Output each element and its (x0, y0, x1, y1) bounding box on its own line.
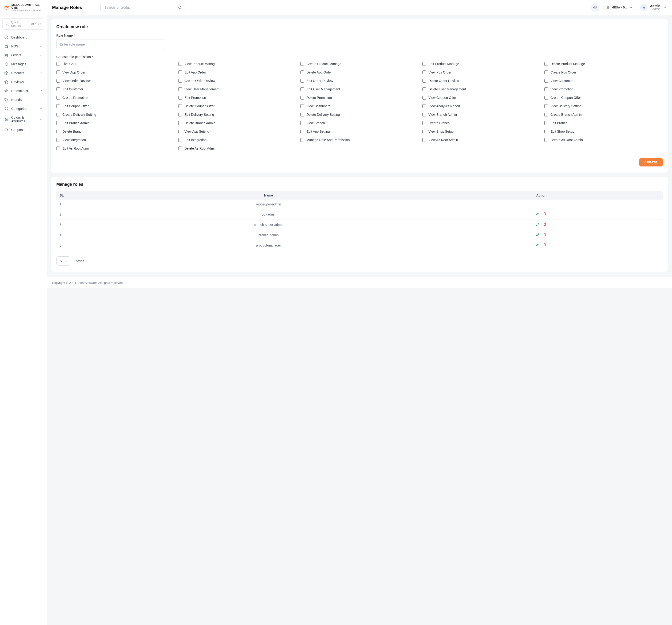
permission-delete-product-manage[interactable]: Delete Product Manage (544, 61, 663, 67)
permission-checkbox[interactable] (544, 96, 548, 99)
trash-icon[interactable] (543, 212, 547, 216)
permission-delete-promotion[interactable]: Delete Promotion (300, 95, 418, 100)
permission-checkbox[interactable] (56, 104, 60, 108)
permission-checkbox[interactable] (300, 104, 304, 108)
permission-edit-user-management[interactable]: Edit User Management (300, 86, 418, 92)
quick-search[interactable]: Quick Search... ctrl+k (2, 18, 44, 29)
brand-logo[interactable]: MESA ECOMMARCE CMS SINGLE VENDOR MULTI B… (0, 0, 47, 15)
permission-delete-coupon-offer[interactable]: Delete Coupon Offer (178, 103, 296, 109)
chat-button[interactable] (591, 3, 599, 12)
permission-delete-order-review[interactable]: Delete Order Review (422, 78, 541, 84)
permission-delete-branch[interactable]: Delete Branch (56, 129, 174, 134)
permission-view-branch[interactable]: View Branch (300, 120, 418, 126)
permission-delete-delivery-setting[interactable]: Delete Delivery Setting (300, 112, 418, 117)
permission-view-branch-admin[interactable]: View Branch Admin (422, 112, 541, 117)
permission-edit-customer[interactable]: Edit Customer (56, 86, 174, 92)
permission-create-branch[interactable]: Create Branch (422, 120, 541, 126)
permission-checkbox[interactable] (56, 79, 60, 83)
permission-view-app-setting[interactable]: View App Setting (178, 129, 296, 134)
sidebar-item-promotions[interactable]: Promotions (1, 86, 45, 95)
permission-checkbox[interactable] (300, 87, 304, 91)
sidebar-item-colors-attributes[interactable]: Colors & Attributes (1, 113, 45, 125)
trash-icon[interactable] (543, 233, 547, 236)
product-search-input[interactable] (100, 3, 185, 12)
permission-checkbox[interactable] (544, 87, 548, 91)
permission-delete-app-order[interactable]: Delete App Order (300, 69, 418, 75)
sidebar-item-coupons[interactable]: Coupons (1, 125, 45, 134)
permission-edit-branch[interactable]: Edit Branch (544, 120, 663, 126)
permission-view-user-management[interactable]: View User Management (178, 86, 296, 92)
permission-checkbox[interactable] (544, 130, 548, 133)
permission-edit-coupon-offer[interactable]: Edit Coupon Offer (56, 103, 174, 109)
permission-checkbox[interactable] (56, 138, 60, 142)
permission-checkbox[interactable] (422, 62, 426, 66)
permission-live-chat[interactable]: Live Chat (56, 61, 174, 67)
role-name-input[interactable] (56, 39, 164, 49)
edit-icon[interactable] (536, 222, 540, 226)
permission-create-promotion[interactable]: Create Promotion (56, 95, 174, 100)
permission-view-integration[interactable]: View Integration (56, 137, 174, 143)
sidebar-item-brands[interactable]: Brands (1, 95, 45, 104)
permission-checkbox[interactable] (422, 87, 426, 91)
permission-checkbox[interactable] (422, 113, 426, 116)
permission-create-as-root-admin[interactable]: Create As Root Admin (544, 137, 663, 143)
permission-checkbox[interactable] (422, 121, 426, 125)
permission-checkbox[interactable] (422, 104, 426, 108)
permission-checkbox[interactable] (56, 113, 60, 116)
shop-switcher[interactable]: MESA - D... (603, 4, 636, 11)
permission-checkbox[interactable] (56, 96, 60, 99)
permission-checkbox[interactable] (178, 62, 182, 66)
permission-manage-role-and-permission[interactable]: Manage Role And Permission (300, 137, 418, 143)
permission-edit-promotion[interactable]: Edit Promotion (178, 95, 296, 100)
permission-checkbox[interactable] (544, 70, 548, 74)
permission-checkbox[interactable] (56, 121, 60, 125)
edit-icon[interactable] (536, 212, 540, 216)
sidebar-item-orders[interactable]: Orders (1, 51, 45, 60)
permission-view-analytics-report[interactable]: View Analytics Report (422, 103, 541, 109)
user-menu[interactable]: A Admin Admin (640, 4, 667, 11)
permission-edit-integration[interactable]: Edit Integration (178, 137, 296, 143)
permission-edit-shop-setup[interactable]: Edit Shop Setup (544, 129, 663, 134)
permission-edit-app-order[interactable]: Edit App Order (178, 69, 296, 75)
permission-checkbox[interactable] (56, 70, 60, 74)
permission-checkbox[interactable] (178, 121, 182, 125)
permission-view-app-order[interactable]: View App Order (56, 69, 174, 75)
permission-delete-as-root-admin[interactable]: Delete As Root Admin (178, 145, 296, 151)
permission-checkbox[interactable] (544, 138, 548, 142)
permission-checkbox[interactable] (422, 130, 426, 133)
permission-checkbox[interactable] (300, 62, 304, 66)
trash-icon[interactable] (543, 243, 547, 247)
permission-view-order-review[interactable]: View Order Review (56, 78, 174, 84)
permission-view-pos-order[interactable]: View Pos Order (422, 69, 541, 75)
permission-checkbox[interactable] (300, 121, 304, 125)
permission-view-coupon-offer[interactable]: View Coupon Offer (422, 95, 541, 100)
permission-checkbox[interactable] (422, 70, 426, 74)
permission-create-coupon-offer[interactable]: Create Coupon Offer (544, 95, 663, 100)
permission-edit-delivery-setting[interactable]: Edit Delivery Setting (178, 112, 296, 117)
permission-checkbox[interactable] (300, 130, 304, 133)
edit-icon[interactable] (536, 243, 540, 247)
sidebar-item-messages[interactable]: Messages (1, 60, 45, 69)
sidebar-item-reviews[interactable]: Reviews (1, 77, 45, 86)
permission-view-delivery-setting[interactable]: View Delivery Setting (544, 103, 663, 109)
permission-checkbox[interactable] (56, 62, 60, 66)
permission-checkbox[interactable] (178, 79, 182, 83)
permission-checkbox[interactable] (300, 113, 304, 116)
permission-checkbox[interactable] (178, 104, 182, 108)
permission-delete-branch-admin[interactable]: Delete Branch Admin (178, 120, 296, 126)
permission-view-shop-setup[interactable]: View Shop Setup (422, 129, 541, 134)
permission-checkbox[interactable] (300, 70, 304, 74)
permission-create-delivery-setting[interactable]: Create Delivery Setting (56, 112, 174, 117)
sidebar-item-products[interactable]: Products (1, 69, 45, 77)
permission-checkbox[interactable] (544, 121, 548, 125)
permission-checkbox[interactable] (178, 87, 182, 91)
entries-select[interactable]: 5 (56, 256, 70, 265)
permission-checkbox[interactable] (544, 62, 548, 66)
create-button[interactable]: CREATE (640, 158, 663, 166)
permission-edit-app-setting[interactable]: Edit App Setting (300, 129, 418, 134)
permission-checkbox[interactable] (56, 146, 60, 150)
permission-view-product-manage[interactable]: View Product Manage (178, 61, 296, 67)
permission-checkbox[interactable] (56, 130, 60, 133)
permission-checkbox[interactable] (544, 79, 548, 83)
product-search[interactable] (100, 3, 185, 12)
